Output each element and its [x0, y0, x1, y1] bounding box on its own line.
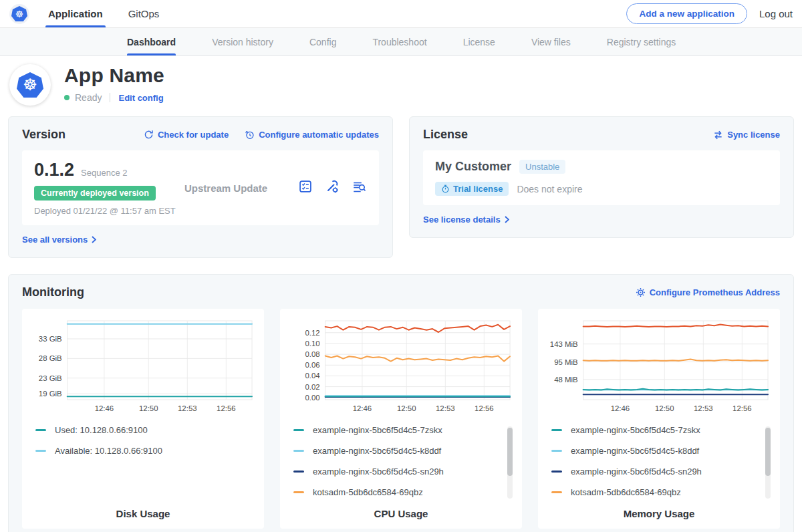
see-all-versions-link[interactable]: See all versions [22, 235, 96, 245]
tab-dashboard[interactable]: Dashboard [127, 28, 176, 55]
svg-text:12:56: 12:56 [475, 404, 494, 412]
preflight-checklist-icon[interactable] [298, 179, 313, 196]
app-subnav: DashboardVersion historyConfigTroublesho… [0, 28, 802, 56]
legend-item: kotsadm-5db6dc6584-69qbz [551, 487, 772, 497]
scrollbar-thumb[interactable] [507, 428, 513, 476]
svg-text:12:46: 12:46 [95, 404, 114, 412]
topnav-tab-application[interactable]: Application [48, 0, 103, 27]
legend-color-dash [551, 471, 562, 473]
legend-label: example-nginx-5bc6f5d4c5-k8ddf [571, 446, 699, 456]
license-card: License Sync license My Customer Unstabl… [409, 116, 794, 238]
legend-item: example-nginx-5bc6f5d4c5-sn29h [551, 467, 772, 477]
version-source: Upstream Update [184, 182, 298, 194]
version-card-title: Version [22, 128, 65, 142]
legend-color-dash [293, 471, 304, 473]
wrench-gear-icon[interactable] [325, 179, 340, 196]
legend-item: example-nginx-5bc6f5d4c5-k8ddf [293, 446, 514, 456]
edit-config-link[interactable]: Edit config [118, 93, 163, 103]
tab-troubleshoot[interactable]: Troubleshoot [372, 28, 426, 55]
legend-label: example-nginx-5bc6f5d4c5-7zskx [571, 425, 700, 435]
topnav-tab-gitops[interactable]: GitOps [128, 0, 160, 27]
cpu-usage-legend: example-nginx-5bc6f5d4c5-7zskxexample-ng… [288, 425, 514, 504]
svg-text:0.04: 0.04 [305, 372, 320, 380]
logout-link[interactable]: Log out [759, 8, 793, 19]
legend-label: kotsadm-5db6dc6584-69qbz [571, 487, 681, 497]
customer-name: My Customer [435, 160, 511, 174]
legend-color-dash [293, 491, 304, 493]
svg-text:0.02: 0.02 [305, 383, 319, 391]
legend-scrollbar[interactable] [507, 426, 513, 499]
legend-label: Available: 10.128.0.66:9100 [55, 446, 162, 456]
legend-item: example-nginx-5bc6f5d4c5-sn29h [293, 467, 514, 477]
svg-text:48 MiB: 48 MiB [554, 376, 578, 384]
schedule-update-icon [245, 130, 255, 140]
configure-prometheus-link[interactable]: Configure Prometheus Address [636, 287, 780, 297]
legend-item: Available: 10.128.0.66:9100 [35, 446, 256, 456]
legend-item: example-nginx-5bc6f5d4c5-7zskx [551, 425, 772, 435]
kubernetes-logo[interactable]: ☸ [9, 4, 29, 24]
svg-text:12:56: 12:56 [732, 404, 752, 412]
license-card-title: License [423, 128, 468, 142]
chart-title-cpu-usage: CPU Usage [288, 508, 514, 519]
legend-label: example-nginx-5bc6f5d4c5-k8ddf [313, 446, 441, 456]
svg-text:23 GiB: 23 GiB [39, 374, 62, 382]
chevron-right-icon [92, 236, 96, 243]
svg-text:0.00: 0.00 [305, 394, 319, 402]
legend-color-dash [35, 429, 46, 431]
legend-label: kotsadm-5db6dc6584-69qbz [313, 487, 423, 497]
legend-color-dash [551, 450, 562, 452]
svg-text:143 MiB: 143 MiB [550, 340, 578, 348]
tab-config[interactable]: Config [309, 28, 336, 55]
disk-usage-chart: 12:4612:5012:5312:5619 GiB23 GiB28 GiB33… [30, 315, 256, 416]
check-for-update-link[interactable]: Check for update [144, 130, 229, 140]
divider [110, 93, 110, 102]
svg-text:12:53: 12:53 [436, 404, 455, 412]
svg-text:12:50: 12:50 [397, 404, 416, 412]
legend-color-dash [293, 429, 304, 431]
license-expiry: Does not expire [517, 184, 582, 194]
chart-card-disk-usage: 12:4612:5012:5312:5619 GiB23 GiB28 GiB33… [22, 309, 264, 529]
configure-automatic-updates-link[interactable]: Configure automatic updates [245, 130, 379, 140]
legend-color-dash [551, 429, 562, 431]
file-search-icon[interactable] [352, 179, 367, 196]
kubernetes-helm-icon: ☸ [11, 6, 27, 21]
scrollbar-thumb[interactable] [765, 428, 771, 476]
svg-text:12:56: 12:56 [217, 404, 236, 412]
svg-text:0.12: 0.12 [305, 329, 319, 337]
kubernetes-helm-icon: ☸ [17, 72, 43, 98]
charts-row: 12:4612:5012:5312:5619 GiB23 GiB28 GiB33… [22, 309, 780, 529]
gear-icon [636, 287, 646, 297]
license-type-badge: Trial license [435, 182, 509, 196]
svg-text:28 GiB: 28 GiB [39, 354, 62, 362]
tab-license[interactable]: License [463, 28, 495, 55]
legend-item: kotsadm-5db6dc6584-69qbz [293, 487, 514, 497]
svg-text:19 GiB: 19 GiB [39, 390, 62, 398]
version-sequence: Sequence 2 [81, 168, 127, 178]
legend-item: example-nginx-5bc6f5d4c5-7zskx [293, 425, 514, 435]
add-application-button[interactable]: Add a new application [626, 3, 747, 24]
tab-view-files[interactable]: View files [531, 28, 571, 55]
top-navbar: ☸ ApplicationGitOps Add a new applicatio… [0, 0, 802, 28]
svg-text:12:50: 12:50 [139, 404, 158, 412]
svg-text:12:53: 12:53 [694, 404, 713, 412]
svg-text:0.10: 0.10 [305, 340, 319, 348]
tab-version-history[interactable]: Version history [212, 28, 273, 55]
legend-item: example-nginx-5bc6f5d4c5-k8ddf [551, 446, 772, 456]
svg-text:12:50: 12:50 [655, 404, 674, 412]
app-header: ☸ App Name Ready Edit config [0, 56, 802, 106]
see-license-details-link[interactable]: See license details [423, 215, 509, 225]
stopwatch-icon [441, 184, 450, 193]
sync-license-link[interactable]: Sync license [713, 130, 780, 140]
version-card: Version Check for update Configure autom… [8, 116, 393, 258]
legend-color-dash [293, 450, 304, 452]
svg-text:12:53: 12:53 [178, 404, 197, 412]
sync-icon [713, 130, 723, 140]
chevron-right-icon [505, 216, 509, 223]
legend-scrollbar[interactable] [765, 426, 771, 499]
topnav-tabs: ApplicationGitOps [48, 0, 184, 27]
legend-item: Used: 10.128.0.66:9100 [35, 425, 256, 435]
memory-usage-chart: 12:4612:5012:5312:5648 MiB95 MiB143 MiB [546, 315, 772, 416]
legend-label: Used: 10.128.0.66:9100 [55, 425, 148, 435]
chart-title-disk-usage: Disk Usage [30, 508, 256, 519]
tab-registry-settings[interactable]: Registry settings [607, 28, 676, 55]
